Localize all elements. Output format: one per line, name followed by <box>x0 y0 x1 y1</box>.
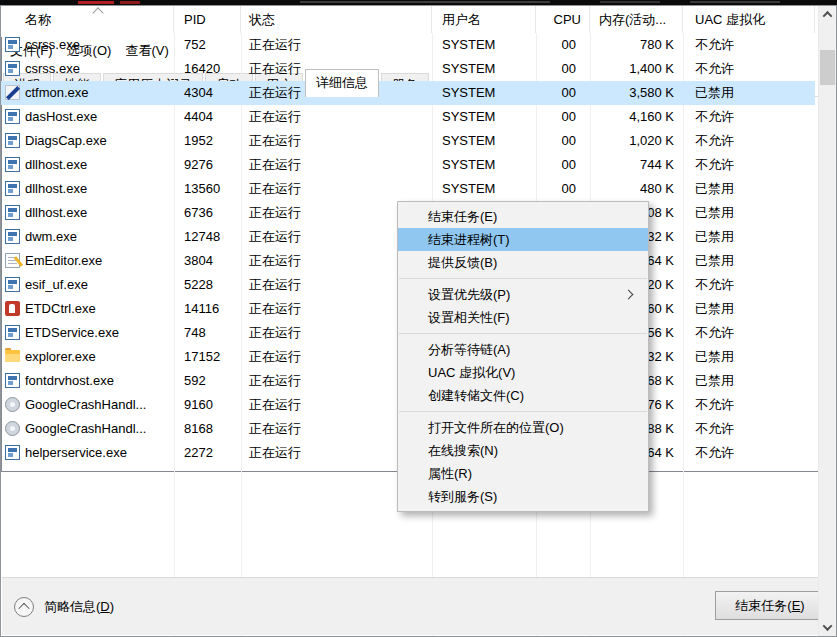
cell-cpu: 00 <box>536 57 590 81</box>
cell-name: csrss.exe <box>1 57 174 81</box>
cell-user: SYSTEM <box>432 177 536 201</box>
cell-user: SYSTEM <box>432 33 536 57</box>
cell-name: csrss.exe <box>1 33 174 57</box>
menu-item-set-affinity[interactable]: 设置相关性(F) <box>398 306 648 329</box>
menu-item-create-dump-file[interactable]: 创建转储文件(C) <box>398 384 648 407</box>
cell-name: ETDCtrl.exe <box>1 297 174 321</box>
menu-item-label: 提供反馈(B) <box>428 255 497 270</box>
cell-pid: 12748 <box>174 225 241 249</box>
cell-cpu: 00 <box>536 33 590 57</box>
cell-uac: 不允许 <box>683 129 815 153</box>
cell-uac: 不允许 <box>683 393 815 417</box>
submenu-arrow-icon <box>624 290 634 300</box>
vertical-scrollbar[interactable] <box>818 6 834 472</box>
menu-item-end-process-tree[interactable]: 结束进程树(T) <box>398 228 648 251</box>
background-red-mark <box>120 1 140 4</box>
cell-cpu: 00 <box>536 153 590 177</box>
scroll-up-button[interactable] <box>819 6 834 23</box>
menu-separator <box>399 411 647 412</box>
cell-name: dwm.exe <box>1 225 174 249</box>
menu-item-search-online[interactable]: 在线搜索(N) <box>398 439 648 462</box>
fewer-details-toggle[interactable]: 简略信息(D) <box>14 593 114 621</box>
table-row[interactable]: dasHost.exe4404正在运行SYSTEM004,160 K不允许 <box>1 105 815 129</box>
cell-uac: 不允许 <box>683 33 815 57</box>
cell-pid: 6736 <box>174 201 241 225</box>
menu-item-label: UAC 虚拟化(V) <box>428 365 515 380</box>
cell-pid: 16420 <box>174 57 241 81</box>
cell-status: 正在运行 <box>241 177 432 201</box>
cell-pid: 13560 <box>174 177 241 201</box>
table-row[interactable]: csrss.exe16420正在运行SYSTEM001,400 K不允许 <box>1 57 815 81</box>
cell-status: 正在运行 <box>241 33 432 57</box>
cell-name: fontdrvhost.exe <box>1 369 174 393</box>
cell-pid: 592 <box>174 369 241 393</box>
menu-item-properties[interactable]: 属性(R) <box>398 462 648 485</box>
cell-mem: 744 K <box>590 153 683 177</box>
table-row[interactable]: DiagsCap.exe1952正在运行SYSTEM001,020 K不允许 <box>1 129 815 153</box>
column-header-name[interactable]: 名称 <box>1 6 174 33</box>
end-task-button[interactable]: 结束任务(E) <box>715 591 825 620</box>
cell-name: helperservice.exe <box>1 441 174 465</box>
menu-item-label: 结束任务(E) <box>428 209 497 224</box>
tab-details[interactable]: 详细信息 <box>305 69 379 97</box>
cell-pid: 14116 <box>174 297 241 321</box>
menu-item-provide-feedback[interactable]: 提供反馈(B) <box>398 251 648 274</box>
menu-item-analyze-wait-chain[interactable]: 分析等待链(A) <box>398 338 648 361</box>
cell-pid: 748 <box>174 321 241 345</box>
cell-uac: 已禁用 <box>683 369 815 393</box>
cell-name: dllhost.exe <box>1 201 174 225</box>
column-header-pid[interactable]: PID <box>174 6 241 33</box>
cell-mem: 4,160 K <box>590 105 683 129</box>
task-manager-window: 任务管理器 文件(F)选项(O)查看(V) 进程性能应用历史记录启动用户详细信息… <box>0 5 837 637</box>
menu-item-label: 打开文件所在的位置(O) <box>428 420 564 435</box>
column-header-uac[interactable]: UAC 虚拟化 <box>683 6 815 33</box>
column-header-status[interactable]: 状态 <box>241 6 432 33</box>
cell-pid: 17152 <box>174 345 241 369</box>
menu-item-end-task[interactable]: 结束任务(E) <box>398 205 648 228</box>
cell-status: 正在运行 <box>241 105 432 129</box>
table-row[interactable]: dllhost.exe9276正在运行SYSTEM00744 K不允许 <box>1 153 815 177</box>
cell-pid: 4304 <box>174 81 241 105</box>
table-row[interactable]: dllhost.exe13560正在运行SYSTEM00480 K已禁用 <box>1 177 815 201</box>
cell-uac: 已禁用 <box>683 345 815 369</box>
cell-user: SYSTEM <box>432 81 536 105</box>
chevron-up-icon <box>18 603 29 614</box>
menu-item-label: 在线搜索(N) <box>428 443 498 458</box>
cell-uac: 不允许 <box>683 441 815 465</box>
cell-mem: 3,580 K <box>590 81 683 105</box>
cell-uac: 不允许 <box>683 153 815 177</box>
table-row[interactable]: ctfmon.exe4304正在运行SYSTEM003,580 K已禁用 <box>1 81 815 105</box>
table-row[interactable]: csrss.exe752正在运行SYSTEM00780 K不允许 <box>1 33 815 57</box>
menu-item-label: 转到服务(S) <box>428 489 497 504</box>
cell-uac: 不允许 <box>683 105 815 129</box>
cell-pid: 752 <box>174 33 241 57</box>
column-header-mem[interactable]: 内存(活动... <box>590 6 683 33</box>
cell-pid: 3804 <box>174 249 241 273</box>
cell-uac: 不允许 <box>683 57 815 81</box>
background-gray-mark <box>300 1 550 3</box>
cell-mem: 480 K <box>590 177 683 201</box>
menu-item-open-file-location[interactable]: 打开文件所在的位置(O) <box>398 416 648 439</box>
column-header-cpu[interactable]: CPU <box>536 6 590 33</box>
cell-status: 正在运行 <box>241 153 432 177</box>
menu-separator <box>399 333 647 334</box>
cell-pid: 5228 <box>174 273 241 297</box>
cell-pid: 9276 <box>174 153 241 177</box>
cell-cpu: 00 <box>536 177 590 201</box>
column-header-user[interactable]: 用户名 <box>432 6 536 33</box>
cell-cpu: 00 <box>536 81 590 105</box>
menu-item-uac-virtualization[interactable]: UAC 虚拟化(V) <box>398 361 648 384</box>
menu-item-go-to-services[interactable]: 转到服务(S) <box>398 485 648 508</box>
cell-uac: 已禁用 <box>683 297 815 321</box>
cell-mem: 780 K <box>590 33 683 57</box>
cell-user: SYSTEM <box>432 153 536 177</box>
menu-item-set-priority[interactable]: 设置优先级(P) <box>398 283 648 306</box>
cell-mem: 1,020 K <box>590 129 683 153</box>
scrollbar-thumb[interactable] <box>820 50 834 85</box>
cell-uac: 不允许 <box>683 273 815 297</box>
cell-name: explorer.exe <box>1 345 174 369</box>
menu-item-label: 结束进程树(T) <box>428 232 510 247</box>
menu-item-label: 设置相关性(F) <box>428 310 510 325</box>
cell-name: GoogleCrashHandl... <box>1 417 174 441</box>
table-header: 名称PID状态用户名CPU内存(活动...UAC 虚拟化 <box>1 6 815 33</box>
